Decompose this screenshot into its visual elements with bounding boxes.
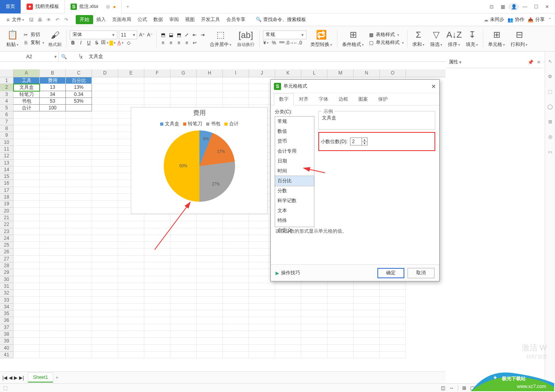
cell[interactable] — [13, 317, 40, 324]
cell[interactable] — [170, 242, 197, 249]
italic-icon[interactable]: I — [78, 40, 84, 46]
cell[interactable] — [92, 173, 118, 180]
cell[interactable] — [197, 276, 223, 283]
paste-button[interactable]: 📋粘贴▾ — [4, 29, 21, 48]
cell[interactable] — [223, 84, 249, 91]
dlg-tab-protect[interactable]: 保护 — [373, 93, 393, 105]
font-grow-icon[interactable]: A⁺ — [139, 32, 145, 38]
cell[interactable]: 53 — [40, 98, 66, 105]
cell[interactable]: 100 — [40, 105, 66, 111]
font-color-icon[interactable]: A▾ — [117, 40, 124, 46]
col-header[interactable]: E — [118, 69, 144, 77]
cell[interactable] — [197, 249, 223, 255]
cell[interactable] — [223, 283, 249, 290]
row-header[interactable]: 2 — [0, 84, 13, 91]
cell[interactable] — [66, 297, 92, 304]
cell[interactable]: 0.34 — [66, 91, 92, 98]
coop-button[interactable]: 👥 协作 — [507, 16, 524, 23]
cell[interactable] — [327, 345, 354, 352]
cell[interactable] — [66, 180, 92, 187]
cell[interactable] — [92, 153, 118, 159]
cell[interactable] — [197, 324, 223, 331]
merge-center[interactable]: ⬚合并居中▾ — [207, 29, 234, 48]
cell[interactable] — [197, 98, 223, 105]
row-header[interactable]: 27 — [0, 256, 13, 262]
cell[interactable] — [118, 249, 144, 255]
cell[interactable] — [66, 345, 92, 352]
clear-format-icon[interactable]: ◇ — [125, 40, 132, 46]
cell[interactable] — [327, 290, 354, 296]
cell[interactable] — [92, 262, 118, 269]
cell[interactable] — [197, 352, 223, 358]
avatar-icon[interactable]: 👤 — [508, 3, 519, 11]
col-header[interactable]: M — [327, 69, 354, 77]
cell[interactable]: 53% — [66, 98, 92, 105]
cell[interactable] — [223, 249, 249, 255]
cell[interactable] — [170, 317, 197, 324]
cell[interactable] — [118, 256, 144, 262]
orient-icon[interactable]: ⤢ — [184, 32, 190, 38]
cell[interactable] — [92, 77, 118, 84]
col-header[interactable]: N — [354, 69, 380, 77]
align-left-icon[interactable]: ≡ — [160, 40, 166, 46]
row-header[interactable]: 10 — [0, 139, 13, 146]
name-box[interactable]: A2▾ — [0, 52, 59, 61]
cell[interactable] — [197, 91, 223, 98]
cell[interactable] — [40, 290, 66, 296]
cell[interactable] — [144, 304, 170, 310]
cell[interactable] — [354, 345, 380, 352]
file-menu[interactable]: ≡文件▾ — [3, 15, 27, 24]
spin-down-icon[interactable]: ▼ — [362, 142, 367, 145]
cell[interactable] — [13, 324, 40, 331]
cell[interactable] — [66, 317, 92, 324]
cell[interactable] — [118, 310, 144, 317]
cell[interactable] — [144, 283, 170, 290]
cell[interactable] — [13, 269, 40, 276]
cell[interactable] — [197, 345, 223, 352]
cell[interactable] — [40, 242, 66, 249]
cell[interactable] — [92, 84, 118, 91]
cell[interactable] — [66, 105, 92, 111]
viewmode2-icon[interactable]: ▢ — [470, 385, 475, 391]
category-item[interactable]: 百分比 — [275, 176, 314, 186]
cell[interactable] — [170, 84, 197, 91]
help-icon[interactable]: ◯ — [547, 103, 554, 110]
bold-icon[interactable]: B — [70, 40, 76, 46]
row-header[interactable]: 26 — [0, 249, 13, 255]
sheet-first-icon[interactable]: |◀ — [2, 375, 7, 381]
cell[interactable]: 34 — [40, 91, 66, 98]
cell[interactable] — [170, 91, 197, 98]
cell[interactable] — [144, 91, 170, 98]
cell[interactable] — [40, 119, 66, 125]
cell[interactable] — [40, 235, 66, 242]
cell[interactable] — [92, 91, 118, 98]
cell[interactable] — [40, 256, 66, 262]
category-item[interactable]: 日期 — [275, 156, 314, 166]
cell[interactable] — [197, 269, 223, 276]
category-item[interactable]: 特殊 — [275, 216, 314, 226]
cell[interactable] — [66, 153, 92, 159]
cell[interactable] — [144, 77, 170, 84]
cell[interactable] — [13, 166, 40, 173]
cell[interactable] — [66, 331, 92, 338]
cell[interactable] — [66, 304, 92, 310]
row-header[interactable]: 22 — [0, 221, 13, 228]
cell[interactable] — [13, 187, 40, 194]
menu-data[interactable]: 数据 — [150, 15, 166, 25]
row-header[interactable]: 40 — [0, 345, 13, 352]
dec-inc-icon[interactable]: .0→ — [287, 40, 293, 46]
tab-file[interactable]: S批注.xlsx⧉● — [65, 0, 122, 13]
row-header[interactable]: 16 — [0, 180, 13, 187]
row-header[interactable]: 35 — [0, 310, 13, 317]
cell[interactable] — [223, 324, 249, 331]
cell[interactable] — [92, 317, 118, 324]
cell[interactable] — [327, 324, 354, 331]
cell[interactable] — [40, 269, 66, 276]
cell[interactable] — [223, 242, 249, 249]
cell[interactable] — [118, 242, 144, 249]
row-header[interactable]: 5 — [0, 105, 13, 111]
cell[interactable] — [40, 173, 66, 180]
cell[interactable] — [223, 304, 249, 310]
auto-wrap[interactable]: [ab]自动换行 — [235, 30, 257, 48]
autosum[interactable]: Σ求和▾ — [410, 29, 427, 48]
